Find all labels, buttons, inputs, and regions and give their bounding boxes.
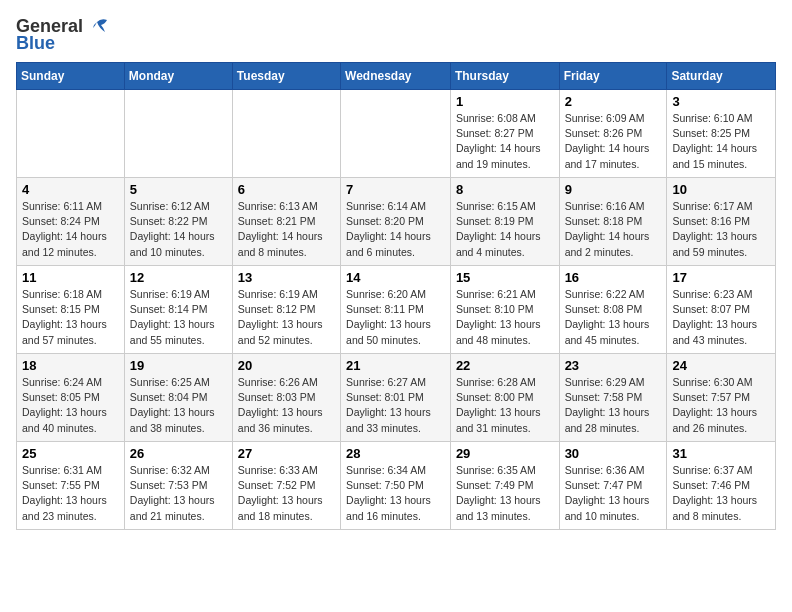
calendar-cell: 16Sunrise: 6:22 AM Sunset: 8:08 PM Dayli…	[559, 266, 667, 354]
day-number: 22	[456, 358, 554, 373]
day-number: 8	[456, 182, 554, 197]
day-number: 1	[456, 94, 554, 109]
calendar-cell: 5Sunrise: 6:12 AM Sunset: 8:22 PM Daylig…	[124, 178, 232, 266]
day-info: Sunrise: 6:10 AM Sunset: 8:25 PM Dayligh…	[672, 111, 770, 172]
calendar-cell: 9Sunrise: 6:16 AM Sunset: 8:18 PM Daylig…	[559, 178, 667, 266]
day-info: Sunrise: 6:26 AM Sunset: 8:03 PM Dayligh…	[238, 375, 335, 436]
col-header-friday: Friday	[559, 63, 667, 90]
day-number: 25	[22, 446, 119, 461]
day-number: 29	[456, 446, 554, 461]
calendar-cell: 2Sunrise: 6:09 AM Sunset: 8:26 PM Daylig…	[559, 90, 667, 178]
calendar-cell: 20Sunrise: 6:26 AM Sunset: 8:03 PM Dayli…	[232, 354, 340, 442]
day-info: Sunrise: 6:23 AM Sunset: 8:07 PM Dayligh…	[672, 287, 770, 348]
day-info: Sunrise: 6:33 AM Sunset: 7:52 PM Dayligh…	[238, 463, 335, 524]
logo: General Blue	[16, 16, 109, 54]
calendar-cell: 15Sunrise: 6:21 AM Sunset: 8:10 PM Dayli…	[450, 266, 559, 354]
calendar-header-row: SundayMondayTuesdayWednesdayThursdayFrid…	[17, 63, 776, 90]
calendar-cell: 7Sunrise: 6:14 AM Sunset: 8:20 PM Daylig…	[341, 178, 451, 266]
day-info: Sunrise: 6:37 AM Sunset: 7:46 PM Dayligh…	[672, 463, 770, 524]
day-number: 16	[565, 270, 662, 285]
day-number: 7	[346, 182, 445, 197]
calendar-table: SundayMondayTuesdayWednesdayThursdayFrid…	[16, 62, 776, 530]
day-info: Sunrise: 6:30 AM Sunset: 7:57 PM Dayligh…	[672, 375, 770, 436]
day-number: 17	[672, 270, 770, 285]
col-header-sunday: Sunday	[17, 63, 125, 90]
day-info: Sunrise: 6:19 AM Sunset: 8:14 PM Dayligh…	[130, 287, 227, 348]
col-header-monday: Monday	[124, 63, 232, 90]
calendar-cell: 3Sunrise: 6:10 AM Sunset: 8:25 PM Daylig…	[667, 90, 776, 178]
day-info: Sunrise: 6:12 AM Sunset: 8:22 PM Dayligh…	[130, 199, 227, 260]
calendar-cell: 28Sunrise: 6:34 AM Sunset: 7:50 PM Dayli…	[341, 442, 451, 530]
day-info: Sunrise: 6:16 AM Sunset: 8:18 PM Dayligh…	[565, 199, 662, 260]
calendar-week-row: 18Sunrise: 6:24 AM Sunset: 8:05 PM Dayli…	[17, 354, 776, 442]
day-info: Sunrise: 6:19 AM Sunset: 8:12 PM Dayligh…	[238, 287, 335, 348]
day-number: 27	[238, 446, 335, 461]
calendar-cell	[17, 90, 125, 178]
day-number: 14	[346, 270, 445, 285]
calendar-cell: 14Sunrise: 6:20 AM Sunset: 8:11 PM Dayli…	[341, 266, 451, 354]
calendar-cell: 22Sunrise: 6:28 AM Sunset: 8:00 PM Dayli…	[450, 354, 559, 442]
day-number: 28	[346, 446, 445, 461]
calendar-cell: 10Sunrise: 6:17 AM Sunset: 8:16 PM Dayli…	[667, 178, 776, 266]
calendar-cell: 27Sunrise: 6:33 AM Sunset: 7:52 PM Dayli…	[232, 442, 340, 530]
day-info: Sunrise: 6:13 AM Sunset: 8:21 PM Dayligh…	[238, 199, 335, 260]
calendar-cell	[232, 90, 340, 178]
calendar-week-row: 1Sunrise: 6:08 AM Sunset: 8:27 PM Daylig…	[17, 90, 776, 178]
calendar-cell: 6Sunrise: 6:13 AM Sunset: 8:21 PM Daylig…	[232, 178, 340, 266]
day-number: 19	[130, 358, 227, 373]
day-number: 23	[565, 358, 662, 373]
day-info: Sunrise: 6:22 AM Sunset: 8:08 PM Dayligh…	[565, 287, 662, 348]
day-info: Sunrise: 6:21 AM Sunset: 8:10 PM Dayligh…	[456, 287, 554, 348]
day-number: 13	[238, 270, 335, 285]
calendar-cell: 18Sunrise: 6:24 AM Sunset: 8:05 PM Dayli…	[17, 354, 125, 442]
day-number: 4	[22, 182, 119, 197]
day-info: Sunrise: 6:15 AM Sunset: 8:19 PM Dayligh…	[456, 199, 554, 260]
day-info: Sunrise: 6:08 AM Sunset: 8:27 PM Dayligh…	[456, 111, 554, 172]
day-info: Sunrise: 6:24 AM Sunset: 8:05 PM Dayligh…	[22, 375, 119, 436]
calendar-cell: 1Sunrise: 6:08 AM Sunset: 8:27 PM Daylig…	[450, 90, 559, 178]
col-header-saturday: Saturday	[667, 63, 776, 90]
day-number: 2	[565, 94, 662, 109]
day-number: 20	[238, 358, 335, 373]
day-number: 31	[672, 446, 770, 461]
col-header-tuesday: Tuesday	[232, 63, 340, 90]
day-info: Sunrise: 6:18 AM Sunset: 8:15 PM Dayligh…	[22, 287, 119, 348]
calendar-cell: 31Sunrise: 6:37 AM Sunset: 7:46 PM Dayli…	[667, 442, 776, 530]
calendar-cell: 8Sunrise: 6:15 AM Sunset: 8:19 PM Daylig…	[450, 178, 559, 266]
day-number: 9	[565, 182, 662, 197]
calendar-week-row: 25Sunrise: 6:31 AM Sunset: 7:55 PM Dayli…	[17, 442, 776, 530]
col-header-wednesday: Wednesday	[341, 63, 451, 90]
day-number: 3	[672, 94, 770, 109]
day-info: Sunrise: 6:36 AM Sunset: 7:47 PM Dayligh…	[565, 463, 662, 524]
day-info: Sunrise: 6:32 AM Sunset: 7:53 PM Dayligh…	[130, 463, 227, 524]
day-number: 12	[130, 270, 227, 285]
logo-blue: Blue	[16, 33, 55, 54]
day-info: Sunrise: 6:17 AM Sunset: 8:16 PM Dayligh…	[672, 199, 770, 260]
day-number: 21	[346, 358, 445, 373]
calendar-cell: 17Sunrise: 6:23 AM Sunset: 8:07 PM Dayli…	[667, 266, 776, 354]
calendar-cell: 4Sunrise: 6:11 AM Sunset: 8:24 PM Daylig…	[17, 178, 125, 266]
calendar-cell	[341, 90, 451, 178]
day-info: Sunrise: 6:34 AM Sunset: 7:50 PM Dayligh…	[346, 463, 445, 524]
day-info: Sunrise: 6:11 AM Sunset: 8:24 PM Dayligh…	[22, 199, 119, 260]
day-info: Sunrise: 6:28 AM Sunset: 8:00 PM Dayligh…	[456, 375, 554, 436]
day-number: 10	[672, 182, 770, 197]
day-number: 5	[130, 182, 227, 197]
calendar-cell: 24Sunrise: 6:30 AM Sunset: 7:57 PM Dayli…	[667, 354, 776, 442]
header: General Blue	[16, 16, 776, 54]
day-info: Sunrise: 6:09 AM Sunset: 8:26 PM Dayligh…	[565, 111, 662, 172]
calendar-cell: 29Sunrise: 6:35 AM Sunset: 7:49 PM Dayli…	[450, 442, 559, 530]
day-number: 18	[22, 358, 119, 373]
calendar-cell: 26Sunrise: 6:32 AM Sunset: 7:53 PM Dayli…	[124, 442, 232, 530]
day-info: Sunrise: 6:14 AM Sunset: 8:20 PM Dayligh…	[346, 199, 445, 260]
day-info: Sunrise: 6:20 AM Sunset: 8:11 PM Dayligh…	[346, 287, 445, 348]
day-info: Sunrise: 6:29 AM Sunset: 7:58 PM Dayligh…	[565, 375, 662, 436]
day-info: Sunrise: 6:31 AM Sunset: 7:55 PM Dayligh…	[22, 463, 119, 524]
logo-bird-icon	[87, 18, 109, 36]
calendar-cell: 12Sunrise: 6:19 AM Sunset: 8:14 PM Dayli…	[124, 266, 232, 354]
day-number: 26	[130, 446, 227, 461]
day-info: Sunrise: 6:35 AM Sunset: 7:49 PM Dayligh…	[456, 463, 554, 524]
calendar-cell: 25Sunrise: 6:31 AM Sunset: 7:55 PM Dayli…	[17, 442, 125, 530]
calendar-cell: 13Sunrise: 6:19 AM Sunset: 8:12 PM Dayli…	[232, 266, 340, 354]
day-number: 6	[238, 182, 335, 197]
